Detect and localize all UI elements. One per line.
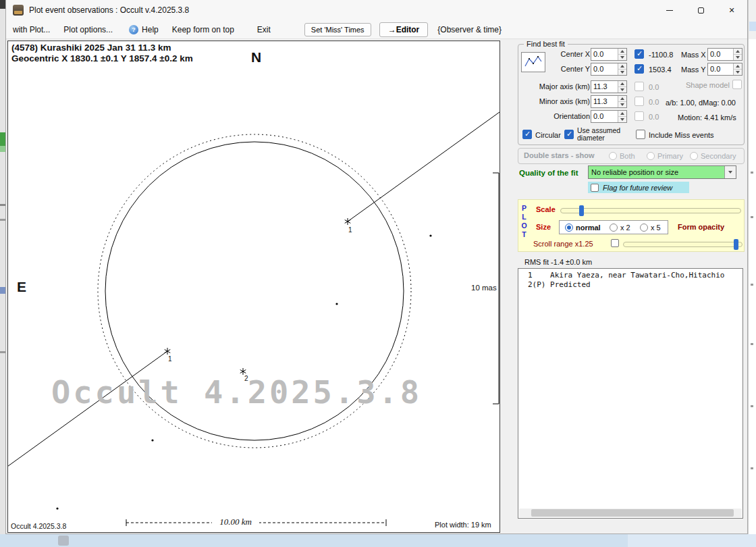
close-button[interactable]: ✕	[716, 0, 747, 20]
spin-up-icon[interactable]	[618, 81, 626, 86]
menubar: with Plot... Plot options... Help Keep f…	[6, 20, 747, 39]
scale-slider-track[interactable]	[560, 208, 741, 213]
spin-up-icon[interactable]	[734, 49, 742, 54]
menu-keep-form-on-top[interactable]: Keep form on top	[165, 22, 241, 37]
find-best-fit-legend: Find best fit	[524, 40, 568, 48]
event-markers	[165, 218, 351, 375]
spin-up-icon[interactable]	[734, 63, 742, 69]
mass-y-value[interactable]: 0.0	[708, 63, 733, 75]
window-title: Plot event observations : Occult v.4.202…	[29, 5, 189, 15]
mass-x-value[interactable]: 0.0	[708, 49, 733, 60]
spin-down-icon[interactable]	[618, 101, 626, 107]
minimize-button[interactable]	[654, 0, 685, 20]
minor-axis-spin-arrows[interactable]	[618, 96, 626, 107]
circular-label[interactable]: Circular	[535, 131, 561, 139]
spin-down-icon[interactable]	[618, 116, 626, 122]
spin-down-icon[interactable]	[734, 69, 742, 75]
scrollbar-thumb[interactable]	[531, 509, 734, 517]
center-y-value[interactable]: 0.0	[591, 63, 618, 75]
plot-version-footer: Occult 4.2025.3.8	[11, 522, 66, 530]
use-assumed-diameter-checkbox[interactable]	[564, 130, 574, 139]
flag-review-field[interactable]: Flag for future review	[588, 182, 689, 193]
shape-model-checkbox	[732, 80, 742, 89]
minor-axis-spinner[interactable]: 11.3	[591, 95, 627, 108]
center-x-spin-arrows[interactable]	[618, 49, 626, 60]
major-axis-spinner[interactable]: 11.3	[591, 80, 627, 93]
size-normal-label[interactable]: normal	[576, 224, 601, 232]
sliver-fragment	[0, 204, 5, 206]
menu-plot-options[interactable]: Plot options...	[57, 22, 119, 37]
observation-line[interactable]: 1 Akira Yaeza, near Tawatari-Cho,Hitachi…	[518, 269, 742, 280]
orientation-value[interactable]: 0.0	[591, 111, 618, 122]
center-x-fit-checkbox[interactable]	[634, 49, 644, 59]
spin-down-icon[interactable]	[618, 86, 626, 93]
mass-y-spin-arrows[interactable]	[733, 63, 742, 75]
major-axis-value[interactable]: 11.3	[591, 81, 618, 93]
maximize-button[interactable]	[685, 0, 716, 20]
size-x2-radio[interactable]	[610, 224, 618, 232]
minimize-icon	[666, 10, 673, 11]
list-horizontal-scrollbar[interactable]	[519, 509, 742, 517]
center-y-label: Center Y	[556, 65, 590, 73]
plot-canvas[interactable]: (4578) Kurashiki 2025 Jan 31 11.3 km Geo…	[7, 41, 500, 533]
orientation-spin-arrows[interactable]	[618, 111, 626, 122]
scroll-range-slider-thumb[interactable]	[734, 239, 738, 250]
center-x-label: Center X	[556, 50, 590, 58]
size-x5-label[interactable]: x 5	[651, 224, 661, 232]
ab-dmag-label: a/b: 1.00, dMag: 0.00	[666, 99, 736, 107]
sliver-fragment	[749, 0, 756, 39]
scale-slider-thumb[interactable]	[579, 205, 584, 216]
quality-of-fit-dropdown[interactable]: No reliable position or size	[588, 165, 736, 179]
find-best-fit-button[interactable]	[521, 52, 545, 72]
spin-up-icon[interactable]	[618, 63, 626, 69]
spin-down-icon[interactable]	[734, 54, 742, 60]
menu-help[interactable]: Help	[122, 22, 165, 37]
sliver-fragment	[0, 351, 5, 353]
menu-with-plot[interactable]: with Plot...	[6, 22, 57, 37]
observation-line[interactable]: 2(P) Predicted	[518, 280, 742, 290]
scroll-range-slider-track[interactable]	[623, 242, 742, 247]
plot-title-line2: Geocentric X 1830.1 ±0.1 Y 1857.4 ±0.2 k…	[11, 53, 193, 63]
sliver-fragment	[751, 216, 753, 218]
spin-down-icon[interactable]	[618, 54, 626, 60]
north-label: N	[251, 49, 261, 66]
size-normal-radio[interactable]	[565, 224, 573, 232]
circular-checkbox[interactable]	[522, 130, 532, 139]
spin-up-icon[interactable]	[618, 49, 626, 54]
mass-y-spinner[interactable]: 0.0	[707, 63, 742, 76]
major-axis-spin-arrows[interactable]	[618, 81, 626, 93]
size-x5-radio[interactable]	[640, 224, 648, 232]
mass-x-spin-arrows[interactable]	[733, 49, 742, 60]
orientation-spinner[interactable]: 0.0	[591, 110, 627, 123]
scroll-range-checkbox[interactable]	[611, 239, 619, 247]
include-miss-events-checkbox[interactable]	[636, 130, 645, 139]
center-y-fit-checkbox[interactable]	[634, 64, 644, 74]
spin-down-icon[interactable]	[618, 69, 626, 75]
set-miss-times-button[interactable]: Set 'Miss' Times	[304, 23, 371, 36]
flag-review-label[interactable]: Flag for future review	[603, 184, 672, 192]
dropdown-button[interactable]	[724, 166, 736, 178]
observations-list[interactable]: 1 Akira Yaeza, near Tawatari-Cho,Hitachi…	[518, 268, 743, 519]
double-stars-both-label: Both	[620, 152, 635, 160]
plot-vertical-label: PLOT	[520, 204, 528, 239]
size-x2-label[interactable]: x 2	[620, 224, 630, 232]
use-assumed-diameter-label[interactable]: Use assumed diameter	[577, 127, 632, 142]
include-miss-events-label[interactable]: Include Miss events	[649, 131, 714, 139]
center-x-spinner[interactable]: 0.0	[591, 48, 627, 61]
sliver-fragment	[628, 534, 756, 547]
center-x-value[interactable]: 0.0	[591, 49, 618, 60]
minor-axis-value[interactable]: 11.3	[591, 96, 618, 107]
spin-up-icon[interactable]	[618, 96, 626, 101]
editor-button[interactable]: →Editor	[379, 22, 429, 37]
center-y-spinner[interactable]: 0.0	[591, 63, 627, 76]
spin-up-icon[interactable]	[618, 111, 626, 116]
major-axis-label: Major axis (km)	[528, 82, 590, 90]
maximize-icon	[698, 7, 704, 14]
mass-x-spinner[interactable]: 0.0	[707, 48, 742, 61]
sliver-fragment	[0, 132, 5, 146]
quality-of-fit-selected[interactable]: No reliable position or size	[589, 166, 724, 178]
center-y-spin-arrows[interactable]	[618, 63, 626, 75]
screen: Plot event observations : Occult v.4.202…	[0, 0, 756, 547]
flag-review-checkbox[interactable]	[591, 184, 599, 192]
menu-exit[interactable]: Exit	[250, 22, 277, 37]
